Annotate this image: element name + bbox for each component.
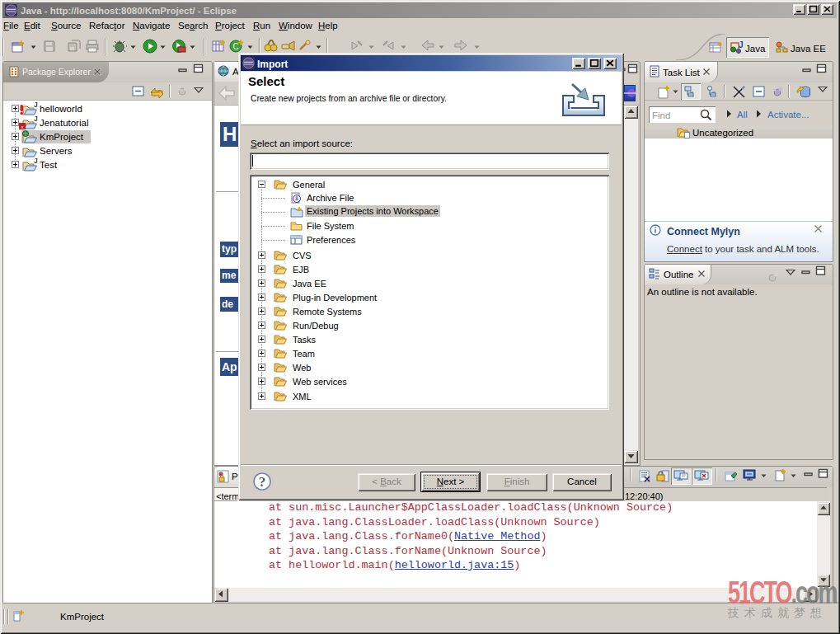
svg-text:x: x [21,124,24,129]
svg-text:J: J [739,40,744,49]
svg-text:?: ? [259,474,266,490]
svg-text:C: C [232,42,238,51]
